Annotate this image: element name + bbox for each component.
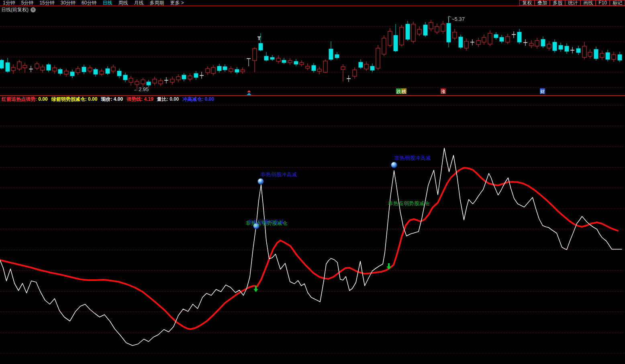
candle-body: [11, 67, 15, 71]
candle-body: [606, 53, 610, 59]
param-label: 红箭追热点强势:: [2, 96, 38, 102]
badge-label: 跌: [396, 89, 401, 94]
t-marker: T: [257, 35, 261, 41]
candle-body: [70, 72, 74, 76]
chevron-down-icon[interactable]: ˅: [31, 7, 36, 12]
annotation-label-3: 非热弱股冲高减: [394, 155, 431, 161]
candle-body: [106, 69, 110, 73]
candle-body: [447, 23, 451, 42]
param-item-1: 绿箭弱势股减仓: 0.00: [51, 96, 98, 102]
candle-body: [565, 46, 569, 51]
candle-body: [376, 48, 380, 68]
candle-body: [494, 35, 498, 38]
toolbar-button-F10[interactable]: F10: [596, 0, 610, 6]
candle-body: [594, 49, 598, 59]
candle-body: [0, 60, 4, 68]
period-tab-月线[interactable]: 月线: [134, 0, 143, 6]
period-tab-多周期[interactable]: 多周期: [149, 0, 164, 6]
candle-body: [612, 55, 616, 59]
candle-body: [582, 46, 586, 57]
candle-body: [100, 71, 104, 74]
candle-body: [476, 41, 480, 45]
param-label: 强势线:: [127, 96, 144, 102]
toolbar-button-统计[interactable]: 统计: [565, 0, 580, 6]
high-price-flag-pole: [449, 16, 451, 22]
candle-body: [35, 64, 39, 68]
badge-label: 财: [540, 89, 545, 94]
candle-body: [423, 25, 427, 35]
candle-body: [294, 61, 298, 64]
candle-body: [600, 53, 604, 57]
pane-separator[interactable]: [0, 95, 625, 96]
candle-body: [135, 81, 139, 85]
period-tab-日线[interactable]: 日线: [102, 0, 112, 6]
param-value: 4.19: [144, 96, 153, 102]
candle-body: [411, 24, 415, 41]
candlestick-chart[interactable]: ←2.95~5.37T跌榜涨财: [0, 13, 625, 95]
toolbar-button-多股[interactable]: 多股: [550, 0, 565, 6]
candle-body: [182, 75, 186, 79]
candle-body: [329, 49, 333, 59]
candle-body: [588, 52, 592, 56]
param-item-2: 现价: 4.00: [101, 96, 123, 102]
signal-ball-icon: [391, 162, 397, 168]
candle-body: [176, 77, 180, 80]
white-indicator-line: [0, 148, 622, 346]
candle-body: [359, 62, 363, 67]
pane-toggle-icon[interactable]: [247, 90, 251, 92]
candle-body: [159, 81, 163, 84]
candle-body: [206, 69, 210, 73]
indicator-chart[interactable]: 非热弱股冲高减非热点弱势股减仓非热弱股冲高减非热弱股冲高减非热点弱势股减仓: [0, 103, 625, 364]
candle-body: [88, 68, 92, 71]
candle-body: [335, 55, 339, 58]
candle-body: [270, 57, 274, 59]
candle-body: [117, 71, 121, 76]
candle-body: [53, 68, 57, 71]
param-label: 冲高减仓:: [183, 96, 205, 102]
candle-body: [170, 79, 174, 82]
toolbar-button-复权[interactable]: 复权: [519, 0, 535, 6]
candle-body: [241, 70, 245, 72]
candle-body: [282, 60, 286, 63]
period-tab-1分钟[interactable]: 1分钟: [3, 0, 15, 6]
candle-body: [229, 69, 233, 71]
period-tab-60分钟[interactable]: 60分钟: [82, 0, 96, 6]
param-label: 现价:: [101, 96, 113, 102]
period-tab-周线[interactable]: 周线: [118, 0, 128, 6]
red-strength-line: [0, 168, 618, 329]
badge-label: 涨: [441, 89, 445, 94]
period-tab-5分钟[interactable]: 5分钟: [21, 0, 34, 6]
candle-body: [441, 24, 445, 31]
candles[interactable]: [0, 17, 622, 89]
period-tab-15分钟[interactable]: 15分钟: [39, 0, 54, 6]
toolbar-button-画线[interactable]: 画线: [580, 0, 596, 6]
annotation-label-2: 非热弱股冲高减: [248, 219, 284, 225]
candle-body: [353, 70, 357, 76]
candle-body: [23, 65, 27, 68]
candle-body: [576, 49, 580, 53]
param-value: 0.00: [88, 96, 97, 102]
candle-body: [382, 38, 386, 54]
toolbar-button-标记[interactable]: 标记: [610, 0, 625, 6]
annotation-label-0: 非热弱股冲高减: [261, 172, 297, 177]
candle-body: [64, 71, 68, 74]
candle-body: [341, 67, 345, 69]
candle-body: [306, 66, 310, 68]
candle-body: [253, 49, 257, 61]
candle-body: [388, 31, 392, 45]
toolbar-right-buttons: 复权叠加多股统计画线F10标记: [519, 0, 625, 6]
toolbar-button-叠加[interactable]: 叠加: [535, 0, 550, 6]
candle-body: [417, 29, 421, 34]
candle-body: [94, 69, 98, 74]
candle-body: [6, 63, 10, 71]
candle-body: [535, 41, 539, 46]
candle-body: [211, 67, 215, 73]
param-item-3: 强势线: 4.19: [127, 96, 153, 102]
period-toolbar: 1分钟5分钟15分钟30分钟60分钟日线周线月线多周期更多 > 复权叠加多股统计…: [0, 0, 625, 6]
candle-body: [58, 69, 62, 73]
period-tab-更多 >[interactable]: 更多 >: [170, 0, 184, 6]
period-tab-30分钟[interactable]: 30分钟: [61, 0, 76, 6]
candle-body: [17, 62, 21, 69]
candle-body: [217, 66, 221, 71]
candle-body: [111, 67, 115, 71]
